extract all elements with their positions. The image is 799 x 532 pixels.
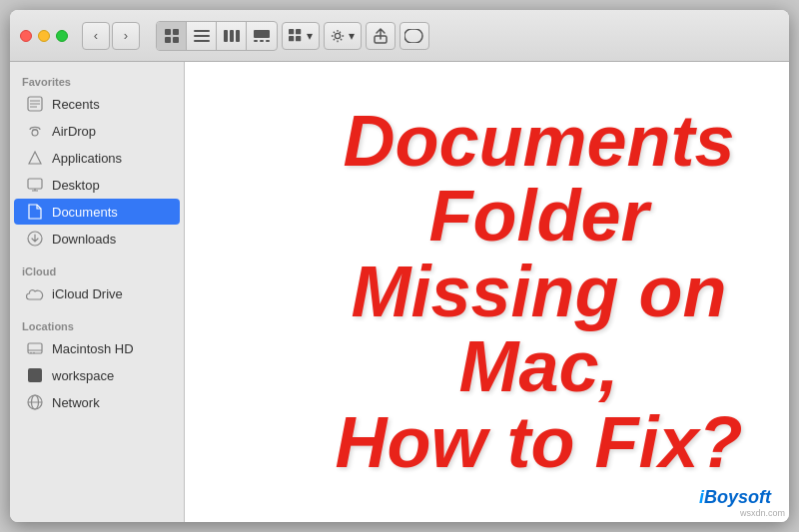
svg-rect-17 <box>296 36 301 41</box>
sidebar-section-locations: Locations <box>10 314 184 334</box>
file-area: Documents Folder Missing on Mac, How to … <box>185 62 789 522</box>
svg-rect-13 <box>266 40 270 42</box>
applications-icon <box>26 149 44 167</box>
title-bar: ‹ › <box>10 10 789 62</box>
svg-rect-3 <box>173 37 179 43</box>
svg-rect-9 <box>236 30 240 42</box>
maximize-button[interactable] <box>56 30 68 42</box>
sidebar-item-label-documents: Documents <box>52 205 118 220</box>
group-by-dropdown[interactable]: ▾ <box>282 22 320 50</box>
main-content: Favorites Recents <box>10 62 789 522</box>
list-view-button[interactable] <box>187 22 217 50</box>
sidebar-item-label-airdrop: AirDrop <box>52 124 96 139</box>
settings-arrow: ▾ <box>349 29 355 43</box>
svg-rect-10 <box>254 30 270 38</box>
airdrop-icon <box>26 122 44 140</box>
icloud-drive-icon <box>26 284 44 302</box>
sidebar-item-label-downloads: Downloads <box>52 232 116 247</box>
svg-rect-2 <box>165 37 171 43</box>
view-buttons <box>156 21 278 51</box>
svg-rect-6 <box>194 40 210 42</box>
downloads-icon <box>26 230 44 248</box>
sidebar-item-network[interactable]: Network <box>14 389 180 415</box>
svg-rect-4 <box>194 30 210 32</box>
sidebar-item-label-applications: Applications <box>52 151 122 166</box>
forward-button[interactable]: › <box>112 22 140 50</box>
settings-dropdown[interactable]: ▾ <box>324 22 362 50</box>
traffic-lights <box>20 30 68 42</box>
finder-window: ‹ › <box>10 10 789 522</box>
sidebar-item-label-desktop: Desktop <box>52 178 100 193</box>
svg-rect-34 <box>28 368 42 382</box>
sidebar-item-applications[interactable]: Applications <box>14 145 180 171</box>
sidebar-item-desktop[interactable]: Desktop <box>14 172 180 198</box>
dropdown-arrow: ▾ <box>307 29 313 43</box>
sidebar-item-airdrop[interactable]: AirDrop <box>14 118 180 144</box>
icon-view-button[interactable] <box>157 22 187 50</box>
svg-point-18 <box>335 33 340 38</box>
nav-buttons: ‹ › <box>82 22 140 50</box>
overlay-title: Documents Folder Missing on Mac, How to … <box>280 104 790 481</box>
documents-icon <box>26 203 44 221</box>
svg-rect-15 <box>296 29 301 34</box>
svg-rect-12 <box>260 40 264 42</box>
svg-rect-20 <box>404 29 422 43</box>
sidebar-item-label-network: Network <box>52 395 100 410</box>
overlay-text: Documents Folder Missing on Mac, How to … <box>280 104 790 481</box>
svg-rect-7 <box>224 30 228 42</box>
desktop-icon <box>26 176 44 194</box>
sidebar-item-label-recents: Recents <box>52 97 100 112</box>
iboysoft-brand: iBoysoft <box>699 487 771 508</box>
watermark: wsxdn.com <box>740 508 785 518</box>
workspace-icon <box>26 366 44 384</box>
svg-rect-16 <box>289 36 294 41</box>
close-button[interactable] <box>20 30 32 42</box>
share-button[interactable] <box>366 22 396 50</box>
sidebar-item-documents[interactable]: Documents <box>14 199 180 225</box>
sidebar-item-recents[interactable]: Recents <box>14 91 180 117</box>
svg-rect-0 <box>165 29 171 35</box>
column-view-button[interactable] <box>217 22 247 50</box>
sidebar-item-icloud-drive[interactable]: iCloud Drive <box>14 280 180 306</box>
sidebar-item-label-icloud-drive: iCloud Drive <box>52 286 123 301</box>
sidebar-item-label-workspace: workspace <box>52 368 114 383</box>
sidebar: Favorites Recents <box>10 62 185 522</box>
sidebar-item-macintosh-hd[interactable]: Macintosh HD <box>14 335 180 361</box>
svg-point-32 <box>30 352 32 354</box>
toolbar: ▾ ▾ <box>156 21 779 51</box>
recents-icon <box>26 95 44 113</box>
sidebar-item-downloads[interactable]: Downloads <box>14 226 180 252</box>
sidebar-section-favorites: Favorites <box>10 70 184 90</box>
svg-rect-5 <box>194 35 210 37</box>
svg-rect-14 <box>289 29 294 34</box>
network-icon <box>26 393 44 411</box>
svg-point-33 <box>33 352 35 354</box>
back-button[interactable]: ‹ <box>82 22 110 50</box>
svg-rect-8 <box>230 30 234 42</box>
macintosh-hd-icon <box>26 339 44 357</box>
gallery-view-button[interactable] <box>247 22 277 50</box>
svg-rect-11 <box>254 40 258 42</box>
sidebar-item-workspace[interactable]: workspace <box>14 362 180 388</box>
sidebar-item-label-macintosh-hd: Macintosh HD <box>52 341 134 356</box>
svg-rect-1 <box>173 29 179 35</box>
svg-rect-30 <box>28 343 42 353</box>
brand-name: Boysoft <box>704 487 771 507</box>
edit-tags-button[interactable] <box>400 22 429 50</box>
sidebar-section-icloud: iCloud <box>10 260 184 279</box>
minimize-button[interactable] <box>38 30 50 42</box>
svg-rect-26 <box>28 179 42 189</box>
